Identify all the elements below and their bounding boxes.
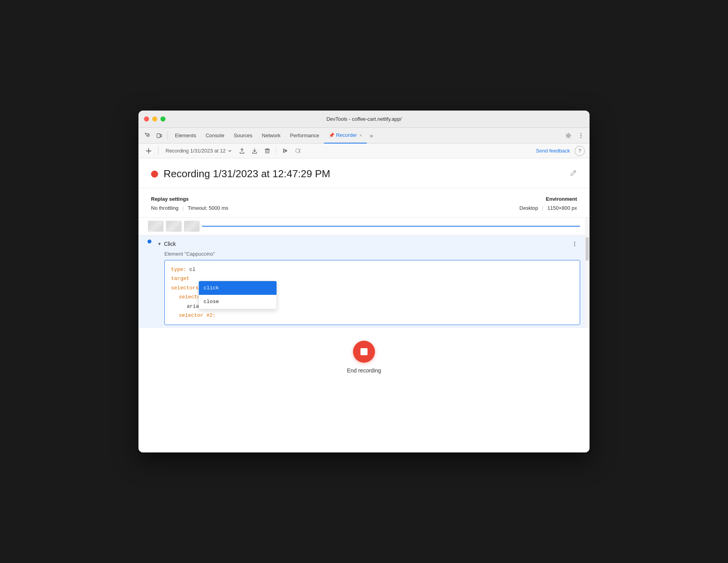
step-bullet — [147, 240, 151, 243]
svg-rect-0 — [157, 134, 160, 138]
tab-recorder[interactable]: 📌 Recorder × — [324, 128, 367, 143]
tab-performance[interactable]: Performance — [285, 128, 324, 143]
recording-header: Recording 1/31/2023 at 12:47:29 PM — [138, 158, 590, 188]
help-button[interactable]: ? — [575, 146, 585, 156]
new-recording-button[interactable] — [143, 145, 154, 156]
tab-more[interactable]: » — [367, 128, 376, 143]
autocomplete-dropdown: click close — [198, 281, 277, 309]
toolbar-divider-2 — [276, 147, 276, 155]
minimize-button[interactable] — [152, 116, 157, 122]
replay-settings-heading: Replay settings — [151, 196, 228, 202]
svg-point-4 — [581, 135, 582, 136]
svg-point-3 — [581, 133, 582, 134]
tabbar: Elements Console Sources Network Perform… — [138, 128, 590, 143]
code-line-type: type: cl — [171, 265, 573, 274]
step-description: Element "Cappuccino" — [157, 251, 580, 257]
autocomplete-item-click[interactable]: click — [199, 281, 277, 295]
settings-gear-icon[interactable] — [563, 130, 574, 141]
env-separator: | — [542, 205, 543, 211]
close-button[interactable] — [144, 116, 149, 122]
export-button[interactable] — [237, 145, 248, 156]
devtools-window: DevTools - coffee-cart.netlify.app/ Elem… — [138, 111, 590, 452]
tab-settings-area — [563, 130, 586, 141]
device-value: Desktop — [519, 205, 538, 211]
svg-point-8 — [574, 242, 575, 243]
step-more-button[interactable] — [569, 238, 580, 249]
thumbnail-3 — [184, 221, 200, 232]
device-icon[interactable] — [153, 130, 165, 142]
timeout-value: Timeout: 5000 ms — [187, 205, 228, 211]
traffic-lights — [144, 116, 166, 122]
replay-settings-section: Replay settings No throttling | Timeout:… — [151, 196, 228, 211]
timeline-line — [202, 226, 580, 227]
tab-close-icon[interactable]: × — [359, 133, 362, 138]
recording-indicator — [151, 171, 158, 178]
steps-area: ▼ Click Element "Cappuccino" ty — [138, 218, 590, 328]
tab-elements[interactable]: Elements — [170, 128, 201, 143]
titlebar: DevTools - coffee-cart.netlify.app/ — [138, 111, 590, 128]
environment-heading: Environment — [519, 196, 577, 202]
settings-separator: | — [182, 205, 184, 211]
record-button[interactable] — [292, 145, 303, 156]
recorder-pin-icon: 📌 — [329, 133, 335, 138]
tab-console[interactable]: Console — [201, 128, 229, 143]
recording-title: Recording 1/31/2023 at 12:47:29 PM — [164, 168, 564, 180]
recording-name-selector[interactable]: Recording 1/31/2023 at 12 — [162, 145, 235, 156]
thumbnail-1 — [148, 221, 164, 232]
environment-section: Environment Desktop | 1150×800 px — [519, 196, 577, 211]
step-content: ▼ Click Element "Cappuccino" ty — [154, 238, 580, 325]
delete-button[interactable] — [262, 145, 273, 156]
step-header: ▼ Click — [157, 238, 580, 249]
end-recording-button[interactable] — [353, 341, 375, 363]
more-options-icon[interactable] — [575, 130, 586, 141]
replay-settings: Replay settings No throttling | Timeout:… — [138, 188, 590, 218]
import-button[interactable] — [249, 145, 260, 156]
scrollbar-thumb[interactable] — [586, 237, 589, 261]
edit-title-icon[interactable] — [570, 169, 577, 178]
svg-rect-7 — [283, 149, 284, 153]
send-feedback-button[interactable]: Send feedback — [533, 146, 573, 155]
svg-rect-1 — [160, 134, 162, 137]
tab-network[interactable]: Network — [257, 128, 286, 143]
thumbnail-row — [138, 218, 590, 235]
scrollbar-track[interactable] — [585, 218, 590, 328]
stop-icon — [360, 348, 368, 355]
end-recording-area: End recording — [138, 328, 590, 386]
svg-point-5 — [581, 137, 582, 138]
throttling-value: No throttling — [151, 205, 178, 211]
step-click: ▼ Click Element "Cappuccino" ty — [138, 235, 590, 328]
recorder-toolbar: Recording 1/31/2023 at 12 — [138, 143, 590, 158]
autocomplete-item-close[interactable]: close — [199, 295, 277, 309]
toolbar-divider-1 — [158, 147, 158, 155]
main-content: Recording 1/31/2023 at 12:47:29 PM Repla… — [138, 158, 590, 452]
step-collapse-icon[interactable]: ▼ — [157, 242, 162, 246]
code-editor[interactable]: type: cl target selectors: selector #1: — [164, 260, 580, 325]
tab-divider — [167, 132, 168, 140]
thumbnail-2 — [166, 221, 182, 232]
step-name: Click — [164, 241, 176, 247]
svg-point-9 — [574, 243, 575, 245]
end-recording-label: End recording — [347, 367, 381, 374]
svg-rect-6 — [266, 149, 269, 153]
window-title: DevTools - coffee-cart.netlify.app/ — [326, 116, 402, 122]
code-line-selector2: selector #2: — [171, 311, 573, 320]
resolution-value: 1150×800 px — [547, 205, 577, 211]
svg-point-10 — [574, 245, 575, 246]
inspect-icon[interactable] — [142, 130, 153, 142]
play-button[interactable] — [279, 145, 290, 156]
step-bullet-col — [145, 238, 154, 243]
tab-sources[interactable]: Sources — [229, 128, 257, 143]
maximize-button[interactable] — [160, 116, 166, 122]
svg-point-2 — [568, 134, 570, 136]
